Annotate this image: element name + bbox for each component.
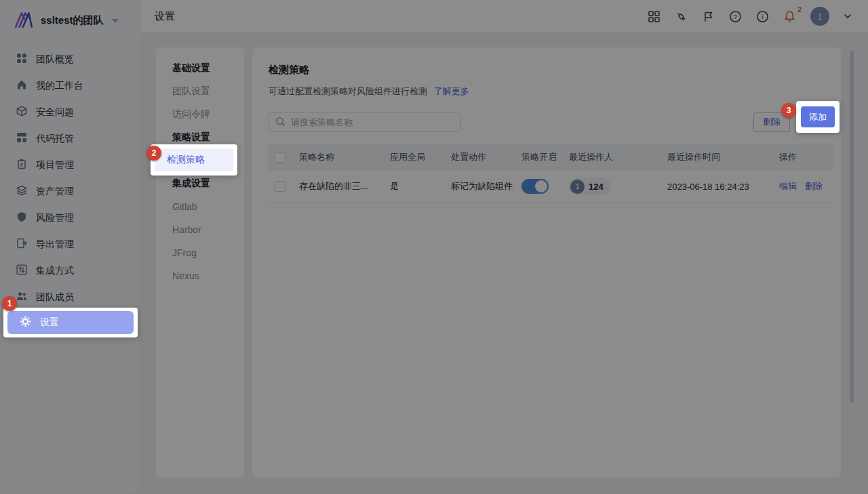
col-ops: 操作: [779, 151, 833, 163]
search-box: [269, 112, 461, 132]
settings-nav-item-nexus[interactable]: Nexus: [156, 264, 244, 287]
sidebar-item-settings[interactable]: 设置: [7, 311, 134, 334]
flag-icon[interactable]: [702, 10, 715, 23]
table-row: 存在缺陷的非三... 是 标记为缺陷组件 1 124 2023-06-18 16…: [269, 171, 833, 203]
sidebar-item-risk-mgmt[interactable]: 风险管理: [0, 205, 140, 231]
sidebar-item-label: 团队概览: [36, 54, 74, 66]
toggle-knob: [535, 180, 547, 192]
sidebar-item-label: 设置: [40, 316, 59, 329]
action-value: 标记为缺陷组件: [451, 180, 521, 192]
svg-text:i: i: [762, 13, 763, 20]
main-content: 检测策略 可通过配置检测策略对风险组件进行检测 了解更多 删除 策略名称 应用全…: [252, 47, 841, 478]
notification-count: 2: [797, 5, 802, 14]
col-apply-global: 应用全局: [390, 151, 451, 163]
sidebar-item-team-overview[interactable]: 团队概览: [0, 46, 140, 73]
col-time: 最近操作时间: [667, 151, 779, 163]
edit-link[interactable]: 编辑: [779, 180, 797, 192]
chevron-down-icon: [112, 19, 119, 23]
file-export-icon: [16, 238, 27, 251]
section-title: 检测策略: [269, 64, 833, 77]
col-operator: 最近操作人: [569, 151, 667, 163]
sidebar-item-integration[interactable]: 集成方式: [0, 258, 140, 284]
sidebar-item-label: 集成方式: [36, 265, 74, 277]
sidebar-item-team-members[interactable]: 团队成员: [0, 284, 140, 310]
info-icon[interactable]: i: [756, 10, 769, 23]
sidebar-item-export-mgmt[interactable]: 导出管理: [0, 231, 140, 258]
apps-grid-icon[interactable]: [648, 10, 660, 23]
search-input[interactable]: [269, 112, 461, 132]
description-text: 可通过配置检测策略对风险组件进行检测: [269, 86, 427, 96]
plugin-icon[interactable]: [675, 10, 688, 23]
app-logo-icon: [14, 10, 34, 31]
team-switcher[interactable]: ssltest的团队: [0, 0, 140, 37]
overview-grid-icon: [16, 53, 27, 66]
row-checkbox[interactable]: [275, 181, 285, 192]
settings-nav: 基础设置 团队设置 访问令牌 策略设置 检测策略 集成设置 Gitlab Har…: [156, 47, 244, 478]
layout-grid-icon: [16, 132, 27, 145]
tour-step-2-badge: 2: [146, 146, 161, 161]
highlight-box-add: 添加: [796, 101, 840, 133]
tour-step-1-badge: 1: [2, 296, 17, 311]
settings-nav-item-jfrog[interactable]: JFrog: [156, 241, 244, 264]
search-icon: [275, 117, 285, 129]
table-header: 策略名称 应用全局 处置动作 策略开启 最近操作人 最近操作时间 操作: [269, 144, 833, 171]
sidebar-item-label: 项目管理: [36, 159, 74, 171]
topbar: 设置 ? i 2 1: [140, 0, 868, 33]
operator-chip: 1 124: [569, 178, 611, 195]
sidebar-item-code-hosting[interactable]: 代码托管: [0, 125, 140, 152]
policy-name: 存在缺陷的非三...: [299, 180, 390, 192]
gear-icon: [20, 316, 31, 329]
add-button[interactable]: 添加: [801, 106, 835, 127]
operator-id: 124: [589, 182, 604, 192]
highlight-box-detect-policy: 检测策略: [151, 144, 237, 176]
sidebar: ssltest的团队 团队概览 我的工作台 安全问题 代码托管 项目管理 资产管…: [0, 0, 140, 494]
sidebar-item-security-issues[interactable]: 安全问题: [0, 99, 140, 125]
settings-nav-item-detect-policy[interactable]: 检测策略: [155, 148, 233, 171]
col-enabled: 策略开启: [521, 151, 569, 163]
settings-nav-group-integration: 集成设置: [156, 172, 244, 195]
toolbar: 删除: [269, 112, 833, 132]
sidebar-item-label: 安全问题: [36, 106, 74, 119]
sidebar-item-label: 风险管理: [36, 212, 74, 224]
chevron-down-icon[interactable]: [844, 14, 852, 19]
operation-time: 2023-06-18 16:24:23: [667, 182, 779, 192]
sidebar-item-asset-mgmt[interactable]: 资产管理: [0, 178, 140, 205]
sidebar-item-label: 团队成员: [36, 291, 74, 304]
sidebar-item-label: 代码托管: [36, 133, 74, 145]
settings-nav-item-team[interactable]: 团队设置: [156, 80, 244, 103]
vertical-scrollbar[interactable]: [850, 51, 854, 403]
layers-icon: [16, 185, 27, 198]
sidebar-item-project-mgmt[interactable]: 项目管理: [0, 152, 140, 178]
home-icon: [16, 79, 27, 92]
col-policy-name: 策略名称: [299, 151, 390, 163]
user-avatar[interactable]: 1: [810, 7, 829, 26]
delete-link[interactable]: 删除: [805, 180, 823, 192]
clipboard-icon: [16, 159, 27, 171]
svg-text:?: ?: [734, 13, 737, 20]
apply-global-value: 是: [390, 180, 451, 192]
team-name: ssltest的团队: [41, 14, 104, 27]
users-icon: [16, 291, 27, 304]
page-title: 设置: [155, 10, 175, 23]
cube-icon: [16, 106, 27, 119]
sidebar-item-label: 导出管理: [36, 239, 74, 251]
shield-icon: [16, 211, 27, 224]
help-icon[interactable]: ?: [729, 10, 742, 23]
policy-table: 策略名称 应用全局 处置动作 策略开启 最近操作人 最近操作时间 操作 存在缺陷…: [269, 144, 833, 203]
learn-more-link[interactable]: 了解更多: [434, 86, 469, 96]
settings-nav-item-token[interactable]: 访问令牌: [156, 103, 244, 126]
highlight-box-settings: 设置: [3, 308, 138, 337]
sidebar-item-label: 我的工作台: [36, 80, 83, 92]
policy-toggle[interactable]: [521, 179, 549, 194]
tour-step-3-badge: 3: [781, 103, 796, 118]
settings-nav-item-gitlab[interactable]: Gitlab: [156, 195, 244, 218]
arrows-updown-icon: [16, 264, 27, 277]
notification-bell-icon[interactable]: 2: [783, 10, 796, 23]
sidebar-nav: 团队概览 我的工作台 安全问题 代码托管 项目管理 资产管理 风险管理 导出管: [0, 37, 140, 310]
sidebar-item-workbench[interactable]: 我的工作台: [0, 73, 140, 99]
settings-nav-group-basic: 基础设置: [156, 57, 244, 80]
col-action: 处置动作: [451, 151, 521, 163]
sidebar-item-label: 资产管理: [36, 186, 74, 198]
settings-nav-item-harbor[interactable]: Harbor: [156, 218, 244, 241]
select-all-checkbox[interactable]: [275, 152, 285, 163]
